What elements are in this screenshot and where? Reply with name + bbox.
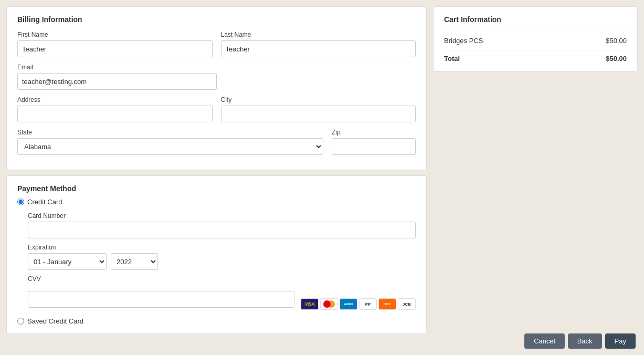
last-name-label: Last Name: [221, 31, 416, 38]
saved-credit-card-group: Saved Credit Card: [17, 317, 416, 325]
footer-bar: Cancel Back Pay: [0, 327, 644, 355]
back-button[interactable]: Back: [568, 333, 602, 349]
cart-card: Cart Information Bridges PCS $50.00 Tota…: [433, 6, 638, 71]
last-name-group: Last Name: [221, 31, 416, 57]
credit-card-form: Card Number Expiration 01 - January02 - …: [17, 212, 416, 310]
card-number-group: Card Number: [28, 212, 416, 238]
address-group: Address: [17, 96, 213, 122]
cart-item-price: $50.00: [606, 37, 627, 45]
expiration-month-select[interactable]: 01 - January02 - February03 - March04 - …: [28, 253, 107, 270]
credit-card-radio[interactable]: [17, 199, 24, 205]
address-input[interactable]: [17, 106, 213, 122]
email-input[interactable]: [17, 73, 217, 90]
cart-item-row: Bridges PCS $50.00: [444, 37, 627, 45]
last-name-input[interactable]: [221, 40, 416, 57]
first-name-input[interactable]: [17, 40, 213, 57]
first-name-label: First Name: [17, 31, 213, 38]
credit-card-radio-group: Credit Card: [17, 198, 416, 206]
amex-icon: AMEX: [340, 298, 357, 310]
pay-button[interactable]: Pay: [605, 333, 636, 349]
city-label: City: [221, 96, 416, 103]
state-select[interactable]: AlabamaAlaskaArizonaArkansasCaliforniaCo…: [17, 138, 323, 155]
first-name-group: First Name: [17, 31, 213, 57]
billing-title: Billing Information: [17, 15, 416, 24]
payment-section: Payment Method Credit Card Card Number E…: [6, 175, 427, 334]
state-label: State: [17, 129, 323, 136]
billing-section: Billing Information First Name Last Name…: [6, 6, 427, 170]
cart-title: Cart Information: [444, 15, 627, 29]
expiration-group: Expiration 01 - January02 - February03 -…: [28, 244, 416, 270]
cart-total-label: Total: [444, 55, 460, 62]
paypal-icon: PP: [359, 298, 377, 310]
cvv-group: CVV VISA AMEX PP: [28, 275, 416, 310]
cvv-label: CVV: [28, 275, 416, 283]
jcb-icon: JCB: [398, 298, 416, 310]
cart-total-row: Total $50.00: [444, 50, 627, 62]
zip-input[interactable]: [332, 138, 416, 155]
zip-label: Zip: [332, 129, 416, 136]
cancel-button[interactable]: Cancel: [524, 333, 564, 349]
address-label: Address: [17, 96, 213, 103]
mastercard-icon: [320, 298, 338, 310]
cart-total-price: $50.00: [606, 55, 627, 62]
city-group: City: [221, 96, 416, 122]
visa-icon: VISA: [301, 298, 319, 310]
city-input[interactable]: [221, 106, 416, 122]
saved-credit-card-label: Saved Credit Card: [27, 317, 83, 325]
expiration-label: Expiration: [28, 244, 416, 251]
state-group: State AlabamaAlaskaArizonaArkansasCalifo…: [17, 129, 323, 155]
card-icons: VISA AMEX PP DISC JCB: [301, 298, 416, 310]
payment-title: Payment Method: [17, 184, 416, 193]
expiration-year-select[interactable]: 202220232024202520262027202820292030: [111, 253, 158, 270]
cvv-input[interactable]: [28, 291, 294, 308]
card-number-label: Card Number: [28, 212, 416, 220]
cart-panel: Cart Information Bridges PCS $50.00 Tota…: [433, 6, 638, 71]
saved-credit-card-radio[interactable]: [17, 318, 24, 325]
zip-group: Zip: [332, 129, 416, 155]
email-label: Email: [17, 64, 416, 71]
credit-card-radio-label: Credit Card: [27, 198, 62, 206]
email-group: Email: [17, 64, 416, 90]
discover-icon: DISC: [378, 298, 396, 310]
cart-item-name: Bridges PCS: [444, 37, 483, 45]
card-number-input[interactable]: [28, 222, 416, 238]
